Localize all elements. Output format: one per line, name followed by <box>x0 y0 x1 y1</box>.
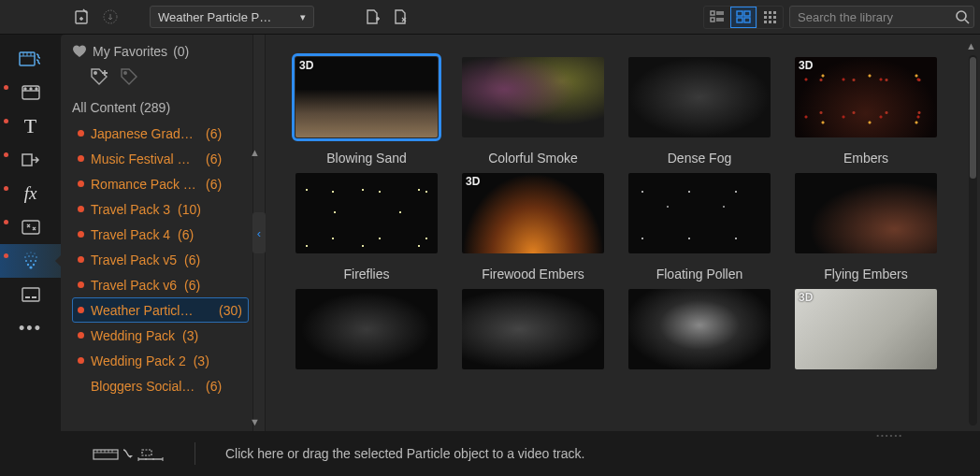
library-item[interactable]: Colorful Smoke <box>458 57 608 166</box>
category-label: Bloggers Social M… <box>91 379 198 394</box>
library-item[interactable]: Dense Fog <box>625 57 774 166</box>
library-panel: My Favorites (0) All Content (289) Japan… <box>61 35 980 431</box>
category-item[interactable]: Travel Pack v6(6) <box>72 272 249 297</box>
category-label: Romance Pack Vol.4 <box>91 177 198 192</box>
svg-point-33 <box>32 255 34 257</box>
category-item[interactable]: Music Festival Pack(6) <box>72 146 249 171</box>
svg-rect-8 <box>764 11 767 14</box>
insert-to-track-icon[interactable] <box>92 444 165 463</box>
tree-scroll-up-icon[interactable]: ▲ <box>250 147 260 158</box>
category-label: Weather Particle P… <box>91 303 198 318</box>
view-grid-large-button[interactable] <box>730 7 757 28</box>
room-title[interactable]: T <box>0 109 61 143</box>
new-indicator-dot <box>78 382 84 389</box>
room-transition[interactable] <box>0 143 61 177</box>
item-thumbnail[interactable] <box>295 173 438 253</box>
category-item[interactable]: Romance Pack Vol.4(6) <box>72 171 249 196</box>
edit-doc-icon[interactable] <box>389 6 411 28</box>
room-effects[interactable] <box>0 76 61 109</box>
tag-icon[interactable] <box>119 66 139 87</box>
new-indicator-dot <box>78 332 84 339</box>
new-indicator-dot <box>78 130 84 137</box>
room-media[interactable] <box>0 42 61 76</box>
view-grid-small-button[interactable] <box>757 7 783 28</box>
pack-dropdown[interactable]: Weather Particle P… ▾ <box>150 6 314 28</box>
content-scroll-up-icon[interactable]: ▲ <box>966 40 976 51</box>
new-indicator-dot <box>78 281 84 288</box>
search-input[interactable] <box>798 10 955 24</box>
item-thumbnail[interactable] <box>628 289 771 369</box>
room-icon-strip: T fx ••• <box>0 35 61 431</box>
library-item[interactable]: 3DEmbers <box>791 57 941 166</box>
room-subtitle[interactable] <box>0 278 61 311</box>
tree-scroll-down-icon[interactable]: ▼ <box>250 416 260 427</box>
chevron-down-icon: ▾ <box>300 11 306 23</box>
category-label: Japanese Graduati… <box>91 126 198 141</box>
item-label: Flying Embers <box>824 267 907 281</box>
new-doc-plus-icon[interactable] <box>361 6 383 28</box>
item-thumbnail[interactable]: 3D <box>462 173 604 253</box>
room-fx[interactable]: fx <box>0 177 61 210</box>
search-box[interactable] <box>789 6 974 28</box>
library-item[interactable]: Flying Embers <box>791 173 941 281</box>
category-item[interactable]: Bloggers Social M…(6) <box>72 373 249 398</box>
library-item[interactable]: Floating Pollen <box>625 173 774 281</box>
svg-point-37 <box>34 252 35 253</box>
my-favorites[interactable]: My Favorites (0) <box>72 44 252 59</box>
room-more[interactable]: ••• <box>0 311 61 345</box>
add-tag-icon[interactable] <box>89 66 111 87</box>
svg-rect-10 <box>773 11 776 14</box>
resize-grip-icon[interactable]: •••••• <box>876 431 903 440</box>
scrollbar-thumb[interactable] <box>970 57 976 179</box>
svg-rect-12 <box>769 16 771 19</box>
search-icon[interactable] <box>955 9 970 24</box>
library-item[interactable]: 3D <box>791 289 941 369</box>
category-item[interactable]: Japanese Graduati…(6) <box>72 121 249 146</box>
category-item[interactable]: Travel Pack 3(10) <box>72 196 249 222</box>
import-media-icon[interactable] <box>71 6 94 28</box>
view-list-button[interactable] <box>704 7 730 28</box>
category-item[interactable]: Travel Pack 4(6) <box>72 222 249 247</box>
chevron-left-icon: ‹ <box>257 226 261 240</box>
svg-point-30 <box>35 260 36 262</box>
item-thumbnail[interactable]: 3D <box>795 289 937 369</box>
item-thumbnail[interactable] <box>462 289 604 369</box>
library-item[interactable] <box>625 289 774 369</box>
svg-rect-4 <box>737 11 742 16</box>
category-count: (6) <box>206 177 222 192</box>
svg-point-25 <box>29 266 32 268</box>
new-indicator-dot <box>78 155 84 162</box>
collapse-tree-handle[interactable]: ‹ <box>252 35 266 431</box>
library-item[interactable] <box>458 289 608 369</box>
download-cloud-icon[interactable] <box>99 6 122 28</box>
library-item[interactable] <box>292 289 441 369</box>
all-content[interactable]: All Content (289) <box>72 100 252 115</box>
svg-point-27 <box>32 264 34 266</box>
room-particle[interactable] <box>0 244 61 278</box>
badge-3d: 3D <box>799 59 813 72</box>
new-indicator-dot <box>78 231 84 238</box>
svg-rect-9 <box>769 11 771 14</box>
category-item[interactable]: Weather Particle P…(30) <box>72 297 249 323</box>
item-thumbnail[interactable] <box>462 57 604 137</box>
svg-rect-14 <box>764 21 767 23</box>
library-item[interactable]: 3DFirewood Embers <box>458 173 608 281</box>
library-item[interactable]: 3DBlowing Sand <box>292 57 441 166</box>
category-item[interactable]: Wedding Pack 2(3) <box>72 348 249 373</box>
category-item[interactable]: Wedding Pack(3) <box>72 323 249 348</box>
library-item[interactable]: Fireflies <box>292 173 441 281</box>
item-thumbnail[interactable] <box>628 57 771 137</box>
new-indicator-dot <box>78 180 84 187</box>
item-thumbnail[interactable]: 3D <box>795 57 937 137</box>
svg-point-17 <box>957 11 966 21</box>
item-thumbnail[interactable] <box>628 173 771 253</box>
category-count: (6) <box>178 227 194 242</box>
badge-3d: 3D <box>466 175 480 188</box>
item-thumbnail[interactable]: 3D <box>295 57 438 137</box>
item-thumbnail[interactable] <box>295 289 438 369</box>
content-scrollbar[interactable] <box>969 55 977 426</box>
room-overlay[interactable] <box>0 210 61 244</box>
category-item[interactable]: Travel Pack v5(6) <box>72 247 249 272</box>
svg-point-20 <box>24 88 26 90</box>
item-thumbnail[interactable] <box>795 173 937 253</box>
